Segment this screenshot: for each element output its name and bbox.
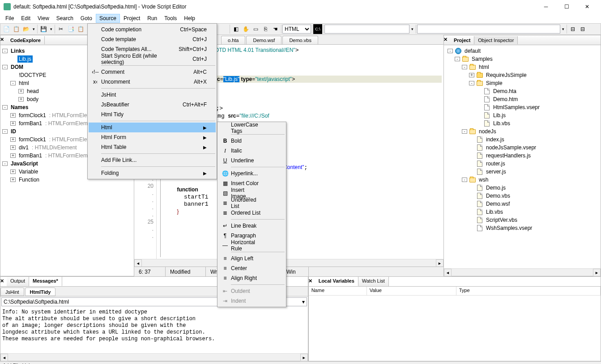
- menu-item[interactable]: JsHint: [89, 90, 216, 100]
- menu-item[interactable]: Html▶: [89, 123, 216, 132]
- menu-source[interactable]: Source: [96, 14, 120, 23]
- save-icon[interactable]: 💾: [38, 24, 48, 34]
- menu-item[interactable]: ≡Center: [218, 263, 285, 273]
- tree-item[interactable]: +RequireJsSimple: [446, 71, 599, 79]
- search-input-2[interactable]: [417, 25, 560, 34]
- new-file-icon[interactable]: 📄: [1, 24, 11, 34]
- menu-item[interactable]: x‹UncommentAlt+X: [89, 77, 216, 87]
- search1-dropdown[interactable]: ▾: [409, 27, 415, 31]
- tool-icon[interactable]: ◧: [231, 24, 241, 34]
- console-icon[interactable]: C:\: [313, 24, 322, 34]
- hand-icon[interactable]: ☚: [270, 24, 280, 34]
- menu-item[interactable]: Code completionCtrl+Space: [89, 25, 216, 34]
- project-tree[interactable]: -default-Samples-html+RequireJsSimple-Si…: [444, 45, 601, 268]
- menu-item[interactable]: ‹!--CommentAlt+C: [89, 67, 216, 77]
- menu-run[interactable]: Run: [144, 14, 161, 23]
- code-explore-tab[interactable]: CodeExplore: [7, 36, 45, 44]
- menu-project[interactable]: Project: [120, 14, 144, 23]
- tree-item[interactable]: HtmlSamples.vsepr: [446, 103, 599, 111]
- menu-edit[interactable]: Edit: [17, 14, 34, 23]
- menu-item[interactable]: Folding▶: [89, 168, 216, 178]
- tree-item[interactable]: Lib.js: [446, 111, 599, 119]
- new-project-icon[interactable]: 📋: [11, 24, 21, 34]
- project-hscroll[interactable]: ◄►: [444, 268, 601, 276]
- panel-close-icon[interactable]: ✕: [0, 37, 6, 43]
- paste-icon[interactable]: 📋: [76, 24, 85, 34]
- menu-item[interactable]: IItalic: [218, 146, 285, 156]
- menu-item[interactable]: UUnderline: [218, 156, 285, 165]
- local-vars-tab[interactable]: Local Variables: [315, 277, 358, 286]
- file-tab[interactable]: Demo.wsf: [246, 36, 281, 44]
- tree-item[interactable]: router.js: [446, 160, 599, 168]
- jshint-subtab[interactable]: JsHint: [0, 288, 24, 296]
- menu-view[interactable]: View: [34, 14, 53, 23]
- menu-item[interactable]: ≡Align Left: [218, 254, 285, 263]
- tree-item[interactable]: -wsh: [446, 176, 599, 184]
- output-hscroll[interactable]: ◄►: [0, 353, 308, 361]
- menu-item[interactable]: JsBeautifierCtrl+Alt+F: [89, 100, 216, 110]
- language-select[interactable]: HTML: [282, 25, 311, 34]
- menu-tools[interactable]: Tools: [161, 14, 180, 23]
- htmltidy-subtab[interactable]: HtmlTidy: [25, 288, 56, 296]
- menu-item[interactable]: ≡Align Right: [218, 273, 285, 283]
- tree-item[interactable]: -Simple: [446, 79, 599, 87]
- tree-item[interactable]: Demo.wsf: [446, 200, 599, 208]
- tree-item[interactable]: Demo.js: [446, 184, 599, 192]
- tree-item[interactable]: index.js: [446, 135, 599, 144]
- tree-item[interactable]: -html: [446, 63, 599, 71]
- save-dropdown[interactable]: ▾: [48, 27, 54, 31]
- messages-tab[interactable]: Messages*: [29, 277, 62, 286]
- tree-item[interactable]: server.js: [446, 168, 599, 176]
- panel-close-icon[interactable]: ✕: [0, 278, 6, 284]
- menu-item[interactable]: 🌐Hyperlink...: [218, 169, 285, 178]
- minimize-button[interactable]: ─: [536, 0, 556, 13]
- file-tab[interactable]: o.hta: [221, 36, 245, 44]
- panel-close-icon[interactable]: ✕: [443, 37, 450, 43]
- frame-icon[interactable]: ▭: [251, 24, 260, 34]
- tree-item[interactable]: -default: [446, 47, 599, 55]
- tree-item[interactable]: Lib.vbs: [446, 208, 599, 216]
- tree-item[interactable]: requestHandlers.js: [446, 152, 599, 160]
- tree-item[interactable]: Demo.htm: [446, 95, 599, 103]
- menu-item[interactable]: ≣Unordered List: [218, 198, 285, 208]
- search2-dropdown[interactable]: ▾: [560, 27, 566, 31]
- menu-item[interactable]: —Horizontal Rule: [218, 241, 285, 250]
- tree-item[interactable]: nodeJsSample.vsepr: [446, 144, 599, 152]
- close-button[interactable]: ✕: [577, 0, 597, 13]
- source-menu[interactable]: Code completionCtrl+SpaceCode templateCt…: [87, 23, 217, 179]
- open-dropdown[interactable]: ▾: [31, 27, 36, 31]
- cut-icon[interactable]: ✂: [56, 24, 66, 34]
- pan-icon[interactable]: ✋: [241, 24, 251, 34]
- menu-item[interactable]: LowerCase Tags: [218, 123, 285, 133]
- tree-item[interactable]: Demo.hta: [446, 87, 599, 95]
- project-tab[interactable]: Project: [450, 36, 474, 44]
- menu-item[interactable]: Html Table▶: [89, 142, 216, 152]
- menu-help[interactable]: Help: [180, 14, 199, 23]
- menu-item[interactable]: ≣Ordered List: [218, 208, 285, 218]
- maximize-button[interactable]: ☐: [556, 0, 577, 13]
- menu-item[interactable]: Add File Link...: [89, 155, 216, 165]
- nav-back-icon[interactable]: ⊟: [568, 24, 578, 34]
- menu-file[interactable]: File: [2, 14, 17, 23]
- watch-list-tab[interactable]: Watch List: [358, 277, 389, 286]
- tree-item[interactable]: Demo.vbs: [446, 192, 599, 200]
- menu-item[interactable]: Code templateCtrl+J: [89, 34, 216, 44]
- copy-icon[interactable]: 📑: [66, 24, 76, 34]
- output-tab[interactable]: Output: [7, 277, 29, 286]
- tree-item[interactable]: Lib.vbs: [446, 119, 599, 127]
- panel-close-icon[interactable]: ✕: [308, 278, 315, 284]
- search-input-1[interactable]: [324, 25, 409, 34]
- menu-item[interactable]: ↵Line Break: [218, 221, 285, 231]
- menu-search[interactable]: Search: [53, 14, 77, 23]
- object-inspector-tab[interactable]: Object Inspector: [474, 36, 518, 44]
- open-icon[interactable]: 📂: [21, 24, 31, 34]
- tree-item[interactable]: -nodeJs: [446, 127, 599, 135]
- tree-item[interactable]: WshSamples.vsepr: [446, 224, 599, 232]
- nav-fwd-icon[interactable]: ⊟: [578, 24, 588, 34]
- menu-item[interactable]: Html Tidy: [89, 110, 216, 119]
- menu-item[interactable]: Start Syncro Edit (while selecting)Ctrl+…: [89, 54, 216, 64]
- menu-goto[interactable]: Goto: [77, 14, 96, 23]
- menu-item[interactable]: BBold: [218, 136, 285, 146]
- file-tab[interactable]: Demo.vbs: [282, 36, 318, 44]
- copy2-icon[interactable]: ⎘: [260, 24, 270, 34]
